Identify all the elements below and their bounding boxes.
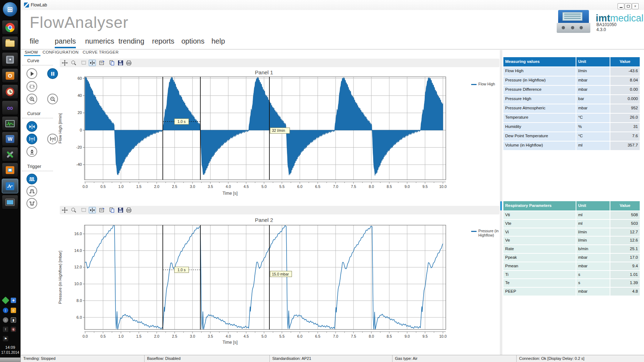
system-monitor[interactable] bbox=[2, 116, 18, 131]
battery-tray[interactable]: 0 bbox=[11, 308, 16, 313]
signal-tray[interactable]: ⟟ bbox=[3, 327, 8, 332]
table-cell: 357.7 bbox=[610, 142, 640, 150]
screen-designer[interactable] bbox=[2, 195, 18, 209]
table-cell: 8.04 bbox=[610, 76, 640, 85]
window-titlebar[interactable]: FlowLab × bbox=[21, 0, 644, 10]
vmware-app[interactable] bbox=[2, 163, 18, 177]
print-icon[interactable] bbox=[125, 207, 132, 213]
curvert-icon bbox=[29, 148, 35, 155]
chart-properties-icon[interactable] bbox=[98, 207, 106, 213]
copy-icon[interactable] bbox=[108, 60, 116, 66]
table-cell: Pmean bbox=[503, 262, 576, 270]
language-flag-tray[interactable]: ⚑ bbox=[3, 336, 8, 341]
bluetooth-tray[interactable]: ᛒ bbox=[3, 308, 8, 313]
legend-entry: Flow High bbox=[471, 82, 495, 86]
menu-item-options[interactable]: options bbox=[181, 37, 205, 45]
menu-item-trending[interactable]: trending bbox=[118, 37, 144, 45]
pulse-high-trigger-button[interactable] bbox=[26, 186, 37, 197]
time-cursor-button[interactable]: T bbox=[26, 134, 37, 144]
table-cell: l/min bbox=[576, 67, 610, 76]
volume-muted-tray[interactable]: 🔇 bbox=[11, 327, 16, 332]
wave-trigger-button[interactable] bbox=[26, 174, 37, 184]
cursor-mode-icon[interactable] bbox=[89, 60, 96, 66]
menu-divider bbox=[21, 49, 644, 50]
status-segment: Baseflow: Disabled bbox=[144, 355, 269, 362]
table-cell: 25.1 bbox=[610, 245, 640, 253]
curcenter-icon bbox=[29, 123, 35, 130]
table-header-cell: Unit bbox=[576, 201, 610, 210]
table-header-cell: Measuring values bbox=[503, 57, 576, 66]
table-cell: Temperature bbox=[503, 114, 576, 122]
print-icon[interactable] bbox=[125, 60, 132, 66]
table-header-cell: Respiratory Parameters bbox=[503, 201, 576, 210]
zoom-window-icon[interactable] bbox=[70, 60, 77, 66]
table-header-cell: Value bbox=[610, 57, 640, 66]
rect-select-icon[interactable] bbox=[80, 60, 88, 66]
settings-tools[interactable] bbox=[2, 147, 18, 162]
zoom-in-button[interactable] bbox=[26, 94, 37, 104]
flowlab-active[interactable] bbox=[2, 179, 18, 193]
sync-tray[interactable]: ○ bbox=[3, 317, 8, 323]
menu-item-reports[interactable]: reports bbox=[152, 37, 174, 45]
show-desktop-button[interactable] bbox=[0, 357, 20, 362]
vertical-cursor-button[interactable] bbox=[26, 146, 37, 157]
table-cell: 26.0 bbox=[610, 114, 640, 122]
software-version: 4.3.0 bbox=[596, 27, 606, 32]
update-tray[interactable] bbox=[2, 297, 9, 304]
close-button[interactable]: × bbox=[632, 3, 639, 9]
fit-curve-button[interactable] bbox=[26, 81, 37, 92]
outlook-mail[interactable]: O bbox=[2, 68, 18, 83]
zoom-window-icon[interactable] bbox=[70, 207, 77, 213]
status-bar: Trending: StoppedBaseflow: DisabledStand… bbox=[21, 355, 644, 362]
table-cell: Pressure Atmospheric bbox=[503, 104, 576, 113]
table-cell: 17.0 bbox=[610, 254, 640, 262]
alarm-clock[interactable] bbox=[2, 84, 18, 99]
cursor-mode-icon[interactable] bbox=[89, 207, 96, 213]
table-cell: mbar bbox=[576, 86, 610, 94]
legend-entry: Highflow) bbox=[471, 233, 499, 237]
save-icon[interactable] bbox=[117, 207, 124, 213]
status-segment: Standardisation: AP21 bbox=[269, 355, 392, 362]
chart-properties-icon[interactable] bbox=[98, 60, 106, 66]
table-cell: l/min bbox=[576, 228, 610, 236]
save-icon[interactable] bbox=[117, 60, 124, 66]
copy-icon[interactable] bbox=[108, 207, 116, 213]
file-explorer[interactable] bbox=[2, 36, 18, 51]
rect-select-icon[interactable] bbox=[80, 207, 88, 213]
table-cell: 0.000 bbox=[610, 95, 640, 104]
svg-text:T: T bbox=[31, 140, 33, 142]
taskbar-clock: 14:09 bbox=[0, 345, 20, 349]
table-cell: 952 bbox=[610, 104, 640, 113]
table-cell: Dew Point Temperature bbox=[503, 132, 576, 141]
safe-app[interactable] bbox=[2, 52, 18, 67]
table-cell: % bbox=[576, 123, 610, 132]
visual-studio[interactable]: ∞ bbox=[2, 100, 18, 115]
cursor-section-label: Cursor bbox=[27, 111, 41, 116]
table-cell: bar bbox=[576, 95, 610, 104]
word-processor[interactable]: W bbox=[2, 132, 18, 146]
zoom-out-button[interactable] bbox=[47, 94, 58, 104]
table-cell: °C bbox=[576, 114, 610, 122]
table-cell: Ppeak bbox=[503, 254, 576, 262]
table-cell: Volume (in Highflow) bbox=[503, 142, 576, 150]
share-tray[interactable]: ❖ bbox=[11, 298, 16, 303]
pan-icon[interactable] bbox=[61, 207, 68, 213]
restore-button[interactable] bbox=[625, 3, 631, 9]
play-icon bbox=[29, 70, 35, 77]
menu-item-help[interactable]: help bbox=[211, 37, 225, 45]
table-scrollbar-thumb[interactable] bbox=[500, 201, 502, 210]
pause-button[interactable] bbox=[47, 68, 58, 79]
table-cell: Ve bbox=[503, 237, 576, 244]
play-button[interactable] bbox=[26, 68, 37, 79]
value-cursor-button[interactable]: F bbox=[47, 134, 58, 144]
chrome-browser[interactable] bbox=[2, 20, 18, 35]
table-cell: s bbox=[576, 279, 610, 287]
pulse-low-trigger-button[interactable] bbox=[26, 198, 37, 209]
mobile-tray[interactable]: ▮ bbox=[11, 317, 16, 323]
table-cell: 503 bbox=[610, 220, 640, 228]
cursors-to-center-button[interactable] bbox=[26, 121, 37, 132]
menu-item-numerics[interactable]: numerics bbox=[85, 37, 114, 45]
minimize-button[interactable] bbox=[618, 3, 624, 9]
pan-icon[interactable] bbox=[61, 60, 68, 66]
tab-curve-trigger[interactable]: CURVE TRIGGER bbox=[83, 50, 119, 54]
